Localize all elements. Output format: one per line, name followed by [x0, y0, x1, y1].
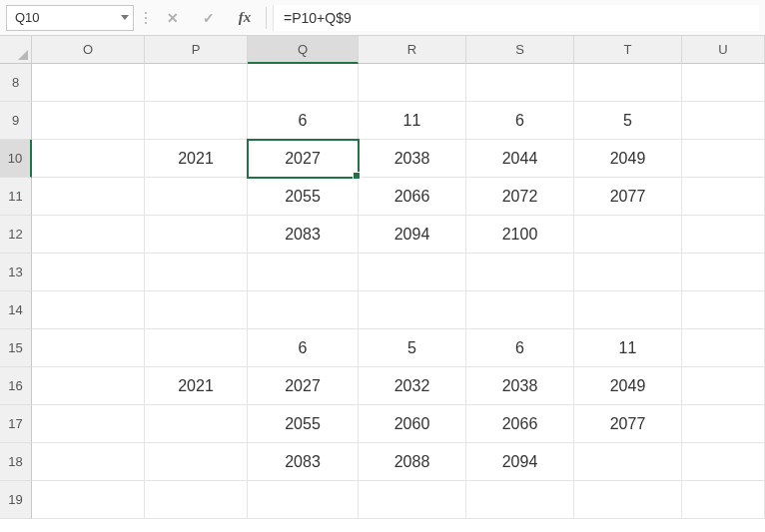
- cell-S11[interactable]: 2072: [466, 178, 574, 216]
- cell-R15[interactable]: 5: [359, 329, 466, 367]
- row-header-15[interactable]: 15: [0, 329, 32, 367]
- row-header-10[interactable]: 10: [0, 140, 32, 178]
- cell-S12[interactable]: 2100: [466, 216, 574, 254]
- cell-S14[interactable]: [466, 291, 574, 329]
- cell-P18[interactable]: [145, 443, 248, 481]
- cell-T16[interactable]: 2049: [574, 367, 682, 405]
- cell-O9[interactable]: [32, 102, 145, 140]
- row-header-8[interactable]: 8: [0, 64, 32, 102]
- cell-R13[interactable]: [359, 254, 466, 291]
- cell-Q12[interactable]: 2083: [248, 216, 359, 254]
- cell-Q16[interactable]: 2027: [248, 367, 359, 405]
- cancel-button[interactable]: ✕: [158, 5, 188, 31]
- row-header-13[interactable]: 13: [0, 254, 32, 291]
- cell-S15[interactable]: 6: [466, 329, 574, 367]
- cell-S16[interactable]: 2038: [466, 367, 574, 405]
- select-all-corner[interactable]: [0, 36, 32, 64]
- cell-T13[interactable]: [574, 254, 682, 291]
- cell-S8[interactable]: [466, 64, 574, 102]
- cell-O12[interactable]: [32, 216, 145, 254]
- cell-T10[interactable]: 2049: [574, 140, 682, 178]
- column-header-T[interactable]: T: [574, 36, 682, 64]
- cell-Q14[interactable]: [248, 291, 359, 329]
- cell-S18[interactable]: 2094: [466, 443, 574, 481]
- cell-O11[interactable]: [32, 178, 145, 216]
- cell-O8[interactable]: [32, 64, 145, 102]
- cell-P16[interactable]: 2021: [145, 367, 248, 405]
- cell-U17[interactable]: [682, 405, 765, 443]
- column-header-R[interactable]: R: [359, 36, 466, 64]
- cell-S17[interactable]: 2066: [466, 405, 574, 443]
- cell-U13[interactable]: [682, 254, 765, 291]
- cell-O15[interactable]: [32, 329, 145, 367]
- cell-T9[interactable]: 5: [574, 102, 682, 140]
- cell-R16[interactable]: 2032: [359, 367, 466, 405]
- cell-R11[interactable]: 2066: [359, 178, 466, 216]
- cell-R18[interactable]: 2088: [359, 443, 466, 481]
- row-header-19[interactable]: 19: [0, 481, 32, 519]
- cell-Q19[interactable]: [248, 481, 359, 519]
- cell-O18[interactable]: [32, 443, 145, 481]
- cell-U19[interactable]: [682, 481, 765, 519]
- cell-O17[interactable]: [32, 405, 145, 443]
- cell-U12[interactable]: [682, 216, 765, 254]
- cell-P12[interactable]: [145, 216, 248, 254]
- cell-R8[interactable]: [359, 64, 466, 102]
- cell-S19[interactable]: [466, 481, 574, 519]
- column-header-P[interactable]: P: [145, 36, 248, 64]
- column-header-S[interactable]: S: [466, 36, 574, 64]
- cell-T11[interactable]: 2077: [574, 178, 682, 216]
- cell-Q13[interactable]: [248, 254, 359, 291]
- cell-P11[interactable]: [145, 178, 248, 216]
- fx-icon[interactable]: fx: [230, 5, 260, 31]
- cell-R17[interactable]: 2060: [359, 405, 466, 443]
- chevron-down-icon[interactable]: [121, 15, 129, 20]
- cell-R10[interactable]: 2038: [359, 140, 466, 178]
- cell-U8[interactable]: [682, 64, 765, 102]
- cell-P17[interactable]: [145, 405, 248, 443]
- cell-P13[interactable]: [145, 254, 248, 291]
- cell-Q17[interactable]: 2055: [248, 405, 359, 443]
- cell-P9[interactable]: [145, 102, 248, 140]
- cell-O16[interactable]: [32, 367, 145, 405]
- cell-S9[interactable]: 6: [466, 102, 574, 140]
- cell-R19[interactable]: [359, 481, 466, 519]
- cell-P14[interactable]: [145, 291, 248, 329]
- column-header-U[interactable]: U: [682, 36, 765, 64]
- row-header-14[interactable]: 14: [0, 291, 32, 329]
- cell-R12[interactable]: 2094: [359, 216, 466, 254]
- cell-R9[interactable]: 11: [359, 102, 466, 140]
- cell-P15[interactable]: [145, 329, 248, 367]
- cell-P19[interactable]: [145, 481, 248, 519]
- cell-R14[interactable]: [359, 291, 466, 329]
- column-header-O[interactable]: O: [32, 36, 145, 64]
- row-header-11[interactable]: 11: [0, 178, 32, 216]
- cell-Q8[interactable]: [248, 64, 359, 102]
- cell-S10[interactable]: 2044: [466, 140, 574, 178]
- row-header-18[interactable]: 18: [0, 443, 32, 481]
- cell-U16[interactable]: [682, 367, 765, 405]
- cell-O13[interactable]: [32, 254, 145, 291]
- cell-Q9[interactable]: 6: [248, 102, 359, 140]
- cell-Q18[interactable]: 2083: [248, 443, 359, 481]
- cell-P10[interactable]: 2021: [145, 140, 248, 178]
- cell-Q15[interactable]: 6: [248, 329, 359, 367]
- row-header-12[interactable]: 12: [0, 216, 32, 254]
- cell-O14[interactable]: [32, 291, 145, 329]
- row-header-16[interactable]: 16: [0, 367, 32, 405]
- cell-O19[interactable]: [32, 481, 145, 519]
- cell-P8[interactable]: [145, 64, 248, 102]
- cell-U18[interactable]: [682, 443, 765, 481]
- row-header-9[interactable]: 9: [0, 102, 32, 140]
- cell-U10[interactable]: [682, 140, 765, 178]
- name-box[interactable]: Q10: [6, 5, 134, 31]
- cell-U15[interactable]: [682, 329, 765, 367]
- cell-S13[interactable]: [466, 254, 574, 291]
- cell-O10[interactable]: [32, 140, 145, 178]
- cell-T14[interactable]: [574, 291, 682, 329]
- cell-T19[interactable]: [574, 481, 682, 519]
- formula-input[interactable]: =P10+Q$9: [273, 5, 759, 31]
- cell-T12[interactable]: [574, 216, 682, 254]
- cell-T8[interactable]: [574, 64, 682, 102]
- cell-T15[interactable]: 11: [574, 329, 682, 367]
